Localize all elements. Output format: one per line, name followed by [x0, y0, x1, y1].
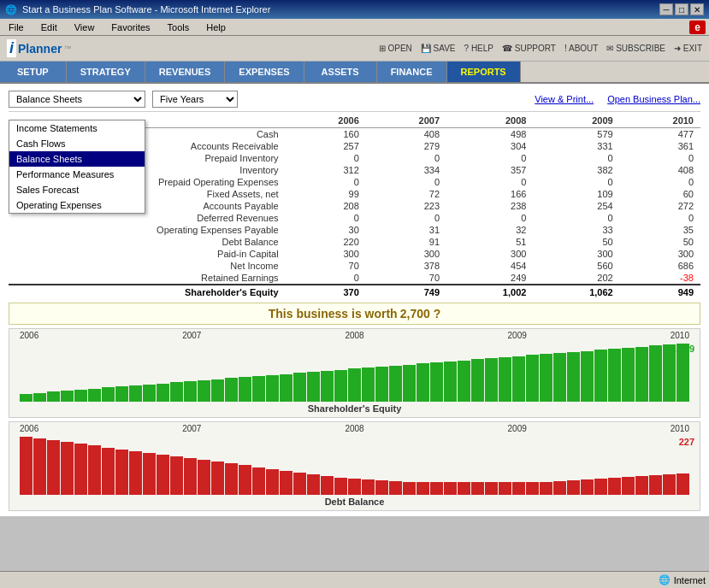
row-value: 0	[366, 212, 446, 224]
debt-balance-chart: 2006 2007 2008 2009 2010 227 Debt Balanc…	[9, 421, 700, 511]
chart-bar	[375, 480, 388, 495]
menu-bar: File Edit View Favorites Tools Help e	[0, 19, 709, 36]
row-value: 686	[620, 260, 700, 272]
worth-label: This business is worth	[269, 307, 398, 320]
total-label: Shareholder's Equity	[9, 285, 286, 299]
chart-bar	[635, 476, 648, 495]
menu-file[interactable]: File	[3, 21, 29, 34]
period-dropdown[interactable]: Five Years Annual Monthly	[152, 91, 238, 108]
worth-section: This business is worth 2,700 ?	[9, 303, 700, 325]
dropdown-operating[interactable]: Operating Expenses	[9, 197, 145, 213]
chart-bar	[389, 366, 402, 402]
tab-assets[interactable]: ASSETS	[304, 62, 377, 82]
chart-bar	[540, 354, 552, 402]
chart2-title: Debt Balance	[11, 497, 698, 507]
save-button[interactable]: 💾 SAVE	[421, 44, 456, 53]
chart-bar	[88, 445, 101, 495]
minimize-button[interactable]: ─	[659, 3, 673, 15]
ie-logo-icon: e	[689, 21, 706, 34]
chart-bar	[594, 350, 607, 402]
menu-tools[interactable]: Tools	[162, 21, 195, 34]
row-value: 0	[366, 152, 446, 164]
menu-view[interactable]: View	[69, 21, 100, 34]
chart-bar	[499, 357, 511, 402]
row-value: 300	[533, 248, 619, 260]
dropdown-balance[interactable]: Balance Sheets	[9, 151, 145, 167]
row-value: 300	[366, 248, 446, 260]
row-value: 0	[446, 212, 533, 224]
chart-bar	[280, 471, 292, 495]
row-value: 272	[620, 200, 700, 212]
total-value: 1,062	[533, 285, 619, 299]
about-button[interactable]: ! ABOUT	[564, 44, 598, 53]
support-button[interactable]: ☎ SUPPORT	[502, 44, 556, 53]
dropdown-income[interactable]: Income Statements	[9, 121, 145, 136]
chart-bar	[526, 355, 539, 402]
total-value: 1,002	[446, 285, 533, 299]
row-value: 202	[533, 272, 619, 285]
chart-bar	[88, 389, 101, 402]
row-value: 334	[366, 164, 446, 176]
chart-bar	[553, 481, 566, 495]
tab-strategy[interactable]: STRATEGY	[67, 62, 145, 82]
row-label: Deferred Revenues	[9, 212, 286, 224]
row-value: 60	[620, 188, 700, 200]
chart-bar	[444, 362, 457, 402]
chart-bar	[307, 372, 320, 402]
chart-bar	[266, 375, 279, 402]
chart-bar	[252, 467, 265, 495]
chart-bar	[581, 479, 594, 495]
chart-bar	[677, 473, 689, 495]
tab-setup[interactable]: SETUP	[0, 62, 67, 82]
chart-bar	[321, 476, 334, 495]
row-value: 35	[620, 224, 700, 236]
chart-bar	[33, 393, 46, 402]
dropdown-sales[interactable]: Sales Forecast	[9, 182, 145, 197]
view-print-link[interactable]: View & Print...	[535, 94, 594, 104]
chart1-bars-container: 1,389	[11, 340, 698, 402]
row-value: 91	[366, 236, 446, 248]
chart-bar	[280, 374, 292, 402]
row-label: Paid-in Capital	[9, 248, 286, 260]
chart-bar	[362, 368, 375, 402]
menu-edit[interactable]: Edit	[36, 21, 62, 34]
report-type-dropdown[interactable]: Income Statements Cash Flows Balance She…	[9, 91, 145, 108]
open-button[interactable]: ⊞ OPEN	[379, 44, 412, 53]
chart2-year-labels: 2006 2007 2008 2009 2010	[11, 424, 698, 433]
row-value: 51	[446, 236, 533, 248]
tab-finance[interactable]: FINANCE	[377, 62, 447, 82]
exit-button[interactable]: ➜ EXIT	[674, 44, 702, 53]
chart-bar	[622, 477, 635, 495]
chart2-value: 227	[679, 437, 694, 447]
row-value: 238	[446, 200, 533, 212]
dropdown-performance[interactable]: Performance Measures	[9, 167, 145, 182]
table-row: Debt Balance22091515050	[9, 236, 700, 248]
chart-bar	[239, 465, 251, 495]
subscribe-button[interactable]: ✉ SUBSCRIBE	[606, 44, 665, 53]
chart-bar	[608, 349, 621, 402]
menu-favorites[interactable]: Favorites	[106, 21, 155, 34]
chart-bar	[581, 351, 594, 402]
help-button[interactable]: ? HELP	[464, 44, 493, 53]
dropdown-cashflows[interactable]: Cash Flows	[9, 136, 145, 151]
window-title: Start a Business Plan Software - Microso…	[22, 4, 270, 15]
row-value: 109	[533, 188, 619, 200]
maximize-button[interactable]: □	[675, 3, 688, 15]
chart-bar	[512, 356, 525, 402]
table-row: Operating Expenses Payable3031323335	[9, 224, 700, 236]
year-col-2010: 2010	[620, 114, 700, 128]
tab-revenues[interactable]: REVENUES	[145, 62, 226, 82]
tab-expenses[interactable]: EXPENSES	[225, 62, 304, 82]
chart-bar	[417, 482, 429, 495]
chart-bar	[334, 370, 347, 402]
tab-reports[interactable]: REPORTS	[447, 62, 521, 82]
row-value: 0	[446, 176, 533, 188]
row-value: 0	[286, 212, 366, 224]
open-business-link[interactable]: Open Business Plan...	[607, 94, 700, 104]
close-button[interactable]: ✕	[690, 3, 704, 15]
chart1-year-labels: 2006 2007 2008 2009 2010	[11, 331, 698, 340]
row-value: 72	[366, 188, 446, 200]
row-label: Operating Expenses Payable	[9, 224, 286, 236]
worth-value: 2,700	[400, 307, 434, 320]
menu-help[interactable]: Help	[201, 21, 231, 34]
